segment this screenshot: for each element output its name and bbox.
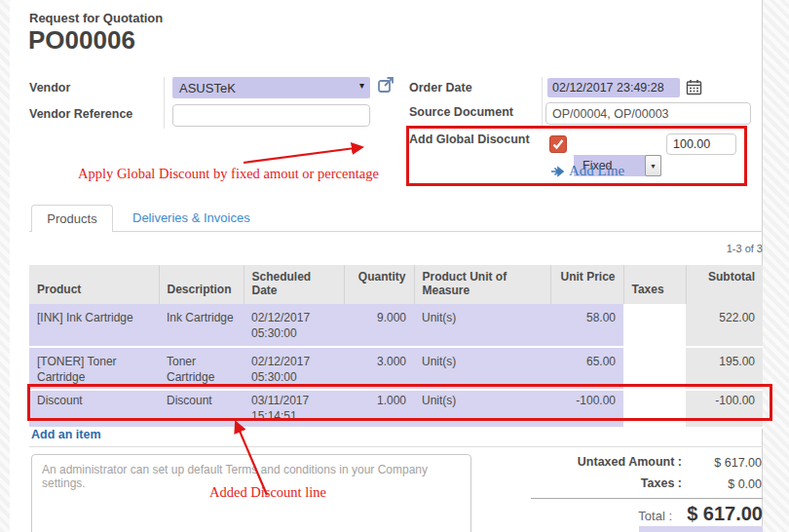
tab-strip-border: [29, 231, 763, 232]
pager-text: 1-3 of 3: [665, 243, 763, 254]
select-dropdown-button[interactable]: ▼: [645, 155, 661, 176]
order-date-input[interactable]: 02/12/2017 23:49:28: [547, 78, 680, 97]
col-description[interactable]: Description: [159, 265, 244, 304]
cell-scheduled-date[interactable]: 02/12/2017 05:30:00: [244, 304, 344, 347]
total-value: $ 617.00: [671, 503, 763, 525]
label-column-separator-right: [542, 77, 543, 126]
vendor-label: Vendor: [29, 81, 70, 95]
vendor-reference-input[interactable]: [172, 104, 370, 127]
col-unit-price[interactable]: Unit Price: [550, 265, 623, 304]
cell-quantity[interactable]: 9.000: [344, 304, 414, 347]
cell-subtotal[interactable]: 522.00: [686, 304, 763, 347]
total-label: Total :: [584, 509, 672, 523]
calendar-icon[interactable]: [686, 79, 702, 95]
add-an-item-link[interactable]: Add an item: [31, 428, 101, 441]
cell-description[interactable]: Ink Cartridge: [159, 304, 244, 347]
untaxed-amount-value: $ 617.00: [684, 456, 762, 470]
arrow-right-icon: [550, 166, 564, 177]
tab-products[interactable]: Products: [31, 205, 113, 232]
table-header-row: Product Description Scheduled Date Quant…: [29, 265, 763, 304]
add-line-label: Add Line: [569, 163, 624, 179]
vendor-reference-label: Vendor Reference: [29, 107, 132, 121]
vendor-select[interactable]: ASUSTeK ▾: [172, 77, 370, 98]
page-title: PO00006: [28, 25, 135, 56]
col-scheduled-date[interactable]: Scheduled Date: [244, 265, 344, 304]
table-row[interactable]: [INK] Ink Cartridge Ink Cartridge 02/12/…: [29, 304, 763, 347]
col-quantity[interactable]: Quantity: [344, 265, 414, 304]
taxes-label: Taxes :: [526, 476, 682, 490]
external-link-icon[interactable]: [376, 75, 395, 95]
vendor-value: ASUSTeK: [179, 81, 236, 95]
order-date-value: 02/12/2017 23:49:28: [552, 81, 664, 95]
global-discount-label: Add Global Disocunt: [409, 133, 530, 146]
doc-type-label: Request for Quotation: [29, 11, 163, 25]
footer-separator: [29, 446, 763, 447]
taxes-value: $ 0.00: [684, 477, 762, 491]
source-document-label: Source Document: [409, 105, 513, 119]
col-subtotal[interactable]: Subtotal: [686, 265, 763, 304]
cell-unit-price[interactable]: 58.00: [550, 304, 623, 347]
untaxed-amount-label: Untaxed Amount :: [526, 455, 682, 469]
discount-row-highlight-box: [27, 384, 772, 421]
total-separator: [531, 498, 763, 499]
label-column-separator: [164, 77, 165, 129]
annotation-global-discount: Apply Global Discount by fixed amout or …: [78, 166, 379, 182]
cell-taxes[interactable]: [623, 304, 686, 347]
annotation-discount-line: Added Discount line: [209, 484, 326, 501]
source-document-input[interactable]: [545, 102, 751, 125]
checkmark-icon: [551, 137, 565, 151]
discount-amount-input[interactable]: [666, 133, 736, 155]
col-taxes[interactable]: Taxes: [623, 265, 686, 304]
tab-deliveries-invoices[interactable]: Deliveries & Invoices: [123, 205, 260, 231]
cell-uom[interactable]: Unit(s): [414, 304, 550, 347]
global-discount-checkbox[interactable]: [549, 135, 567, 153]
col-uom[interactable]: Product Unit of Measure: [414, 265, 550, 304]
chevron-down-icon: ▾: [359, 80, 364, 91]
order-date-label: Order Date: [409, 81, 472, 95]
add-line-link[interactable]: Add Line: [550, 163, 624, 179]
total-highlight-strip: [639, 526, 763, 532]
col-product[interactable]: Product: [29, 265, 159, 304]
cell-product[interactable]: [INK] Ink Cartridge: [29, 304, 159, 347]
